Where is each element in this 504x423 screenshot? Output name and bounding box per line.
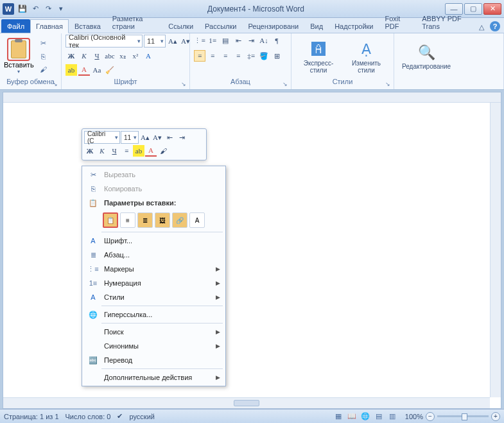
mini-grow-font-icon[interactable]: A▴ <box>139 132 151 143</box>
copy-icon[interactable]: ⎘ <box>38 51 49 62</box>
status-page[interactable]: Страница: 1 из 1 <box>4 413 59 420</box>
tab-layout[interactable]: Разметка страни <box>107 12 163 33</box>
format-painter-icon[interactable]: 🖌 <box>38 64 49 75</box>
font-color-icon[interactable]: A <box>78 64 90 76</box>
mini-shrink-font-icon[interactable]: A▾ <box>152 132 163 143</box>
ctx-paragraph[interactable]: ≣ Абзац... <box>83 248 224 262</box>
line-spacing-icon[interactable]: ‡≡ <box>245 50 257 62</box>
tab-references[interactable]: Ссылки <box>162 19 199 33</box>
styles-launcher-icon[interactable]: ↘ <box>385 81 392 87</box>
bullets-icon[interactable]: ⋮≡ <box>194 35 205 46</box>
zoom-in-button[interactable]: + <box>491 412 500 421</box>
mini-format-painter-icon[interactable]: 🖌 <box>157 145 169 157</box>
mini-align-icon[interactable]: ≡ <box>121 145 132 157</box>
mini-bold-button[interactable]: Ж <box>84 145 96 157</box>
mini-underline-button[interactable]: Ч <box>109 145 120 157</box>
zoom-out-button[interactable]: − <box>426 412 435 421</box>
borders-icon[interactable]: ⊞ <box>271 50 282 62</box>
font-launcher-icon[interactable]: ↘ <box>181 81 187 87</box>
tab-review[interactable]: Рецензировани <box>242 19 304 33</box>
cut-icon[interactable]: ✂ <box>38 38 49 49</box>
view-read-icon[interactable]: 📖 <box>345 411 358 422</box>
mini-size-combo[interactable]: 11 <box>121 131 139 144</box>
change-styles-button[interactable]: Ạ Изменить стили <box>343 38 390 75</box>
horizontal-ruler[interactable] <box>3 92 501 103</box>
status-words[interactable]: Число слов: 0 <box>65 413 111 420</box>
ctx-hyperlink[interactable]: 🌐 Гиперссылка... <box>83 307 224 322</box>
align-left-icon[interactable]: ≡ <box>194 50 205 62</box>
align-right-icon[interactable]: ≡ <box>220 50 231 62</box>
superscript-button[interactable]: x² <box>130 50 141 62</box>
mini-highlight-icon[interactable]: ab <box>133 145 144 157</box>
tab-foxit[interactable]: Foxit PDF <box>379 12 417 33</box>
subscript-button[interactable]: x₂ <box>117 50 128 62</box>
decrease-indent-icon[interactable]: ⇤ <box>232 35 244 46</box>
tab-home[interactable]: Главная <box>30 19 69 33</box>
paste-merge-icon[interactable]: ≡ <box>120 212 135 228</box>
show-marks-icon[interactable]: ¶ <box>271 35 282 46</box>
clipboard-launcher-icon[interactable]: ↘ <box>53 81 59 87</box>
view-outline-icon[interactable]: ▤ <box>372 411 385 422</box>
express-styles-button[interactable]: 🅰 Экспресс-стили <box>295 38 342 75</box>
tab-insert[interactable]: Вставка <box>69 19 107 33</box>
italic-button[interactable]: К <box>78 50 90 62</box>
ctx-extra-actions[interactable]: Дополнительные действия ▶ <box>83 370 224 384</box>
ctx-styles[interactable]: A Стили ▶ <box>83 290 224 304</box>
clear-format-icon[interactable]: 🧹 <box>104 64 116 76</box>
paste-text-only-icon[interactable]: A <box>189 212 205 228</box>
paste-button[interactable]: Вставить ▾ <box>4 38 34 74</box>
close-button[interactable]: ✕ <box>483 3 501 15</box>
grow-font-icon[interactable]: A▴ <box>167 35 178 47</box>
multilevel-icon[interactable]: ▤ <box>220 35 231 46</box>
tab-addins[interactable]: Надстройки <box>329 19 379 33</box>
ctx-numbering[interactable]: 1≡ Нумерация ▶ <box>83 276 224 290</box>
tab-file[interactable]: Файл <box>1 19 30 33</box>
document-page[interactable] <box>3 103 490 408</box>
tab-mailings[interactable]: Рассылки <box>199 19 242 33</box>
save-icon[interactable]: 💾 <box>17 3 28 15</box>
highlight-icon[interactable]: ab <box>65 64 77 76</box>
paste-keep-source-icon[interactable]: 📋 <box>103 212 118 228</box>
bold-button[interactable]: Ж <box>65 50 77 62</box>
status-language[interactable]: русский <box>129 413 154 420</box>
ctx-translate[interactable]: 🔤 Перевод <box>83 353 224 367</box>
mini-italic-button[interactable]: К <box>96 145 108 157</box>
paste-use-dest-icon[interactable]: ≣ <box>137 212 153 228</box>
ctx-synonyms[interactable]: Синонимы ▶ <box>83 339 224 353</box>
paste-link-icon[interactable]: 🔗 <box>172 212 187 228</box>
change-case-icon[interactable]: Aa <box>91 64 103 76</box>
strike-button[interactable]: abc <box>104 50 116 62</box>
mini-font-color-icon[interactable]: A <box>145 145 157 157</box>
paste-picture-icon[interactable]: 🖼 <box>155 212 170 228</box>
numbering-icon[interactable]: 1≡ <box>207 35 218 46</box>
font-name-combo[interactable]: Calibri (Основной тек <box>65 35 143 47</box>
mini-font-combo[interactable]: Calibri (С <box>84 131 120 144</box>
text-effects-icon[interactable]: A <box>143 50 154 62</box>
minimize-ribbon-icon[interactable]: △ <box>476 21 487 33</box>
vertical-scrollbar[interactable] <box>490 103 501 397</box>
view-print-icon[interactable]: ▦ <box>332 411 345 422</box>
mini-indent-dec-icon[interactable]: ⇤ <box>164 132 175 143</box>
justify-icon[interactable]: ≡ <box>232 50 244 62</box>
ctx-bullets[interactable]: ⋮≡ Маркеры ▶ <box>83 262 224 276</box>
horizontal-scrollbar[interactable] <box>3 397 490 408</box>
font-size-combo[interactable]: 11 <box>144 35 166 47</box>
undo-icon[interactable]: ↶ <box>30 3 41 15</box>
tab-abbyy[interactable]: ABBYY PDF Trans <box>416 12 476 33</box>
ctx-font[interactable]: A Шрифт... <box>83 234 224 248</box>
align-center-icon[interactable]: ≡ <box>207 50 218 62</box>
ctx-search[interactable]: Поиск ▶ <box>83 325 224 339</box>
qat-more-icon[interactable]: ▾ <box>55 3 67 15</box>
view-draft-icon[interactable]: ▥ <box>386 411 399 422</box>
increase-indent-icon[interactable]: ⇥ <box>245 35 257 46</box>
mini-indent-inc-icon[interactable]: ⇥ <box>176 132 187 143</box>
spellcheck-icon[interactable]: ✔ <box>117 412 123 420</box>
redo-icon[interactable]: ↷ <box>42 3 54 15</box>
para-launcher-icon[interactable]: ↘ <box>282 81 289 87</box>
zoom-slider[interactable] <box>437 415 489 417</box>
zoom-level[interactable]: 100% <box>405 413 423 420</box>
editing-button[interactable]: 🔍 Редактирование <box>398 41 455 71</box>
view-web-icon[interactable]: 🌐 <box>359 411 372 422</box>
sort-icon[interactable]: A↓ <box>258 35 270 46</box>
underline-button[interactable]: Ч <box>91 50 103 62</box>
